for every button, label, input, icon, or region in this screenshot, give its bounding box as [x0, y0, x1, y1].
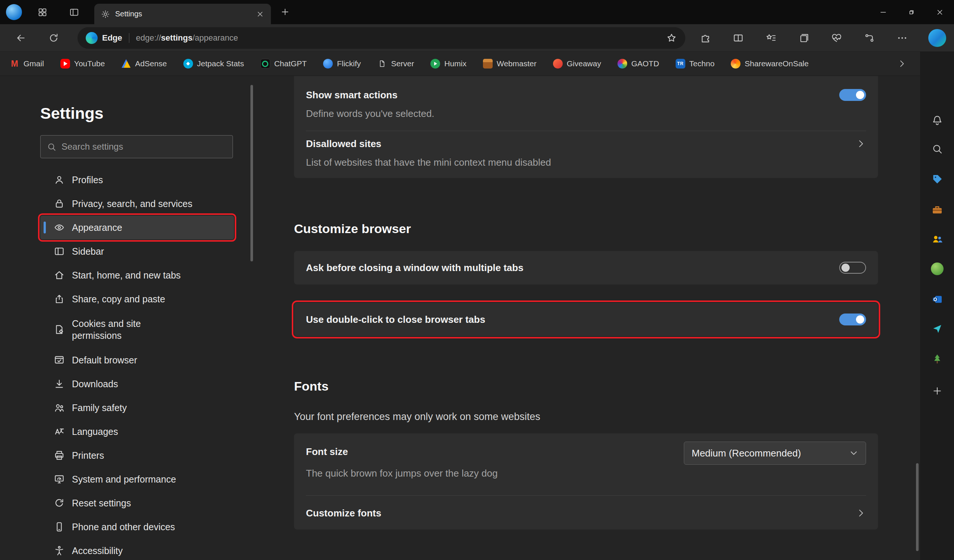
settings-content: Show smart actions Define words you've s…	[256, 76, 920, 560]
tab-close-icon[interactable]	[256, 10, 264, 18]
refresh-icon[interactable]	[45, 30, 62, 46]
extensions-icon[interactable]	[697, 30, 714, 46]
minimize-button[interactable]	[869, 0, 897, 24]
webmaster-favicon	[483, 59, 493, 68]
sidebar-item-phone-devices[interactable]: Phone and other devices	[40, 515, 234, 539]
ask-before-closing-toggle[interactable]	[839, 262, 866, 274]
font-size-preview: The quick brown fox jumps over the lazy …	[306, 465, 497, 481]
sidebar-item-languages[interactable]: Languages	[40, 420, 234, 443]
bookmark-chatgpt[interactable]: ChatGPT	[260, 59, 307, 68]
tab-actions-icon[interactable]	[37, 7, 48, 17]
workflow-icon[interactable]	[861, 30, 878, 46]
font-size-value: Medium (Recommended)	[692, 448, 801, 459]
sidebar-item-system-performance[interactable]: System and performance	[40, 467, 234, 491]
fonts-card: Font size The quick brown fox jumps over…	[294, 433, 878, 529]
system-performance-icon	[54, 474, 65, 485]
toolbox-app-icon[interactable]	[929, 201, 946, 219]
back-icon[interactable]	[12, 30, 29, 46]
double-click-close-toggle[interactable]	[839, 314, 866, 325]
sidebar-scrollbar-thumb[interactable]	[251, 85, 253, 261]
bookmark-gaotd[interactable]: GAOTD	[617, 59, 659, 68]
games-app-icon[interactable]	[929, 260, 946, 277]
sidebar-item-share[interactable]: Share, copy and paste	[40, 287, 234, 311]
show-smart-actions-toggle[interactable]	[839, 89, 866, 101]
outlook-app-icon[interactable]	[929, 291, 946, 308]
bookmark-webmaster[interactable]: Webmaster	[483, 59, 537, 68]
sidebar-item-accessibility[interactable]: Accessibility	[40, 539, 234, 560]
context-menus-card: Show smart actions Define words you've s…	[294, 76, 878, 178]
card-divider	[306, 131, 866, 131]
bookmark-gmail[interactable]: MGmail	[10, 59, 44, 68]
adsense-favicon	[121, 59, 131, 68]
favorites-icon[interactable]	[763, 30, 779, 46]
sidebar-item-privacy[interactable]: Privacy, search, and services	[40, 192, 234, 216]
sidebar-item-reset-settings[interactable]: Reset settings	[40, 491, 234, 515]
customize-fonts-chevron-icon	[856, 508, 866, 518]
sidebar-item-family-safety[interactable]: Family safety	[40, 396, 234, 420]
fonts-heading: Fonts	[294, 378, 878, 394]
dropdown-chevron-down-icon	[848, 448, 859, 458]
customize-browser-heading: Customize browser	[294, 221, 878, 237]
copilot-icon[interactable]	[928, 29, 946, 47]
sidebar-item-downloads[interactable]: Downloads	[40, 372, 234, 396]
bookmark-flickify[interactable]: Flickify	[323, 59, 361, 68]
humix-favicon	[430, 59, 440, 68]
bookmark-server[interactable]: Server	[377, 59, 414, 68]
more-options-icon[interactable]	[894, 30, 910, 46]
bookmark-giveaway[interactable]: Giveaway	[553, 59, 601, 68]
disallowed-sites-label: Disallowed sites	[306, 136, 381, 152]
jetpack-favicon	[183, 59, 193, 68]
gmail-favicon: M	[10, 59, 19, 68]
sidebar-item-default-browser[interactable]: Default browser	[40, 348, 234, 372]
customize-fonts-row[interactable]: Customize fonts	[306, 505, 866, 521]
people-app-icon[interactable]	[929, 230, 946, 247]
sidebar-item-cookies[interactable]: Cookies and site permissions	[40, 311, 234, 348]
profile-avatar[interactable]	[6, 4, 22, 20]
printers-icon	[54, 450, 65, 461]
disallowed-sites-row[interactable]: Disallowed sites	[306, 136, 866, 152]
sidebar-item-printers[interactable]: Printers	[40, 443, 234, 467]
maximize-restore-button[interactable]	[897, 0, 926, 24]
techno-favicon: TR	[676, 59, 685, 68]
browser-essentials-icon[interactable]	[828, 30, 845, 46]
bookmarks-overflow-icon[interactable]	[897, 59, 907, 68]
bookmark-youtube[interactable]: YouTube	[60, 59, 105, 68]
settings-search-box[interactable]	[40, 135, 233, 158]
favorite-star-icon[interactable]	[666, 33, 677, 44]
close-window-button[interactable]	[926, 0, 954, 24]
customize-fonts-label: Customize fonts	[306, 505, 381, 521]
shopping-app-icon[interactable]	[929, 171, 946, 188]
page-scrollbar-thumb[interactable]	[916, 463, 918, 551]
disallowed-sites-subtitle: List of websites that have the mini cont…	[306, 154, 866, 170]
bookmark-humix[interactable]: Humix	[430, 59, 466, 68]
workspaces-icon[interactable]	[69, 7, 80, 17]
url-text[interactable]: edge://settings/appearance	[136, 33, 666, 43]
sidebar-icon	[54, 246, 65, 257]
reset-icon	[54, 498, 65, 509]
toolbar-actions	[697, 30, 910, 46]
browser-tab-settings[interactable]: Settings	[94, 4, 271, 24]
sidebar-item-start-home[interactable]: Start, home, and new tabs	[40, 263, 234, 287]
font-size-dropdown[interactable]: Medium (Recommended)	[684, 442, 866, 465]
bookmark-sharewareonsale[interactable]: SharewareOnSale	[731, 59, 809, 68]
tree-app-icon[interactable]	[929, 350, 946, 367]
sidebar-item-sidebar[interactable]: Sidebar	[40, 240, 234, 263]
new-tab-button[interactable]	[280, 7, 290, 17]
search-input[interactable]	[61, 142, 226, 152]
bookmark-adsense[interactable]: AdSense	[121, 59, 167, 68]
sidebar-panel-icon[interactable]	[929, 557, 946, 560]
split-screen-icon[interactable]	[730, 30, 747, 46]
drop-app-icon[interactable]	[929, 320, 946, 337]
sidebar-item-appearance[interactable]: Appearance	[40, 216, 234, 240]
font-size-label: Font size	[306, 444, 497, 459]
window-controls	[869, 0, 954, 24]
bookmark-jetpack-stats[interactable]: Jetpack Stats	[183, 59, 244, 68]
bookmark-techno[interactable]: TRTechno	[676, 59, 715, 68]
sidebar-search-icon[interactable]	[929, 140, 946, 157]
add-apps-icon[interactable]	[929, 383, 946, 400]
collections-icon[interactable]	[796, 30, 812, 46]
address-bar[interactable]: Edge edge://settings/appearance	[78, 27, 685, 49]
sidebar-item-profiles[interactable]: Profiles	[40, 168, 234, 192]
gaotd-favicon	[617, 59, 627, 68]
notifications-bell-icon[interactable]	[929, 112, 946, 129]
